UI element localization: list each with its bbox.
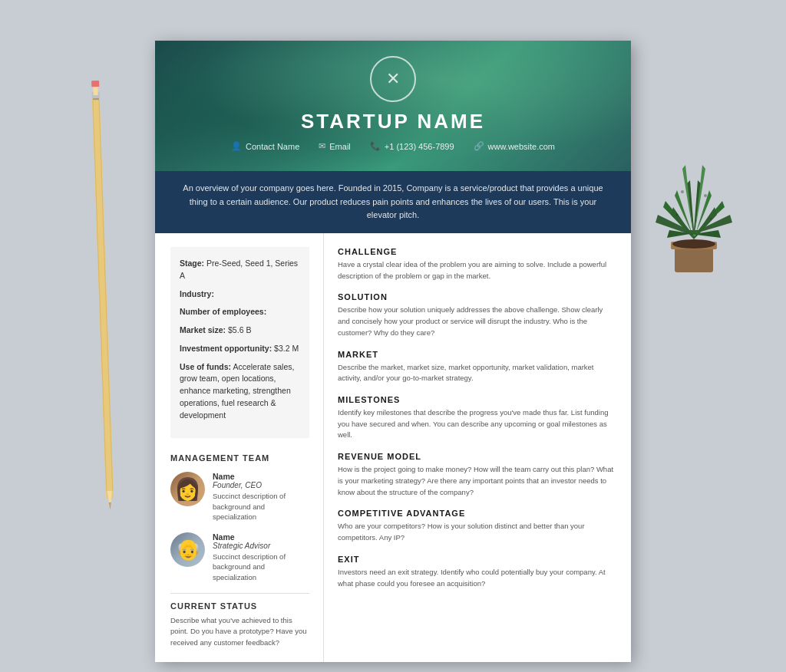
challenge-text: Have a crystal clear idea of the problem… [338, 259, 616, 282]
logo-circle: ✕ [370, 56, 416, 102]
avatar-female [170, 472, 205, 506]
section-exit: EXIT Investors need an exit strategy. Id… [338, 555, 616, 589]
milestones-title: MILESTONES [338, 395, 616, 404]
employees-label: Number of employees: [180, 307, 266, 316]
use-of-funds-label: Use of funds: [180, 362, 231, 371]
member-info-2: Name Strategic Advisor Succinct descript… [213, 532, 309, 582]
pencil-decoration [88, 77, 117, 522]
left-column: Stage: Pre-Seed, Seed 1, Series A Indust… [155, 233, 324, 662]
logo-x-icon: ✕ [386, 69, 400, 89]
contact-website-label: www.website.com [488, 142, 555, 151]
competitive-advantage-title: COMPETITIVE ADVANTAGE [338, 509, 616, 518]
solution-text: Describe how your solution uniquely addr… [338, 305, 616, 338]
info-industry: Industry: [180, 288, 300, 301]
section-challenge: CHALLENGE Have a crystal clear idea of t… [338, 247, 616, 282]
contact-name-label: Contact Name [246, 142, 299, 151]
svg-point-22 [710, 218, 712, 220]
investment-value: $3.2 M [274, 344, 299, 353]
member-title-2: Strategic Advisor [213, 542, 309, 550]
svg-rect-9 [675, 245, 713, 272]
contact-email-label: Email [329, 142, 351, 151]
competitive-advantage-text: Who are your competitors? How is your so… [338, 521, 616, 543]
document-header: ✕ STARTUP NAME 👤 Contact Name ✉ Email 📞 … [155, 41, 631, 171]
info-employees: Number of employees: [180, 306, 300, 318]
challenge-title: CHALLENGE [338, 247, 616, 256]
svg-point-21 [676, 214, 679, 216]
section-market: MARKET Describe the market, market size,… [338, 350, 616, 384]
management-section: MANAGEMENT TEAM Name Founder, CEO Succin… [170, 453, 309, 582]
phone-icon: 📞 [370, 141, 381, 151]
section-milestones: MILESTONES Identify key milestones that … [338, 395, 616, 441]
team-member-2: Name Strategic Advisor Succinct descript… [170, 532, 309, 582]
current-status-text: Describe what you've achieved to this po… [170, 615, 309, 648]
info-section: Stage: Pre-Seed, Seed 1, Series A Indust… [170, 247, 309, 438]
person-icon: 👤 [231, 141, 242, 151]
info-market-size: Market size: $5.6 B [180, 324, 300, 337]
info-use-of-funds: Use of funds: Accelerate sales, grow tea… [180, 361, 300, 422]
contact-phone-label: +1 (123) 456-7899 [385, 142, 454, 151]
svg-marker-5 [109, 502, 111, 510]
page-wrapper: ✕ STARTUP NAME 👤 Contact Name ✉ Email 📞 … [15, 15, 771, 672]
doc-body: Stage: Pre-Seed, Seed 1, Series A Indust… [155, 233, 631, 662]
investment-label: Investment opportunity: [180, 344, 272, 353]
svg-point-19 [681, 190, 684, 193]
stage-label: Stage: [180, 259, 204, 268]
member-info-1: Name Founder, CEO Succinct description o… [213, 472, 309, 522]
avatar-male [170, 532, 205, 567]
svg-marker-15 [656, 215, 732, 235]
market-title: MARKET [338, 350, 616, 359]
svg-point-20 [704, 194, 707, 197]
svg-rect-2 [93, 98, 99, 100]
contact-email: ✉ Email [319, 141, 351, 151]
industry-label: Industry: [180, 289, 214, 298]
section-revenue-model: REVENUE MODEL How is the project going t… [338, 452, 616, 498]
solution-title: SOLUTION [338, 292, 616, 301]
member-desc-2: Succinct description of background and s… [213, 552, 309, 582]
exit-title: EXIT [338, 555, 616, 564]
document: ✕ STARTUP NAME 👤 Contact Name ✉ Email 📞 … [155, 41, 631, 662]
startup-name: STARTUP NAME [178, 110, 608, 133]
member-title-1: Founder, CEO [213, 481, 309, 489]
member-name-1: Name [213, 472, 309, 481]
contact-bar: 👤 Contact Name ✉ Email 📞 +1 (123) 456-78… [178, 141, 608, 151]
email-icon: ✉ [319, 141, 325, 151]
web-icon: 🔗 [474, 141, 484, 151]
svg-rect-6 [91, 81, 99, 87]
contact-website: 🔗 www.website.com [474, 141, 555, 151]
contact-phone: 📞 +1 (123) 456-7899 [370, 141, 454, 151]
management-title: MANAGEMENT TEAM [170, 453, 309, 463]
contact-person: 👤 Contact Name [231, 141, 299, 151]
market-size-label: Market size: [180, 325, 226, 334]
tagline-band: An overview of your company goes here. F… [155, 171, 631, 233]
tagline-text: An overview of your company goes here. F… [178, 182, 608, 222]
market-size-value: $5.6 B [228, 325, 251, 334]
member-desc-1: Succinct description of background and s… [213, 491, 309, 522]
revenue-model-title: REVENUE MODEL [338, 452, 616, 461]
exit-text: Investors need an exit strategy. Identif… [338, 567, 616, 589]
section-solution: SOLUTION Describe how your solution uniq… [338, 292, 616, 338]
svg-point-11 [672, 239, 715, 249]
plant-decoration [640, 31, 748, 299]
current-status-section: CURRENT STATUS Describe what you've achi… [170, 593, 309, 648]
info-stage: Stage: Pre-Seed, Seed 1, Series A [180, 258, 300, 282]
info-investment: Investment opportunity: $3.2 M [180, 343, 300, 355]
milestones-text: Identify key milestones that describe th… [338, 407, 616, 441]
current-status-title: CURRENT STATUS [170, 601, 309, 611]
section-competitive-advantage: COMPETITIVE ADVANTAGE Who are your compe… [338, 509, 616, 543]
right-column: CHALLENGE Have a crystal clear idea of t… [324, 233, 631, 662]
revenue-model-text: How is the project going to make money? … [338, 464, 616, 498]
market-text: Describe the market, market size, market… [338, 362, 616, 384]
svg-rect-0 [92, 92, 114, 499]
team-member-1: Name Founder, CEO Succinct description o… [170, 472, 309, 522]
member-name-2: Name [213, 532, 309, 542]
